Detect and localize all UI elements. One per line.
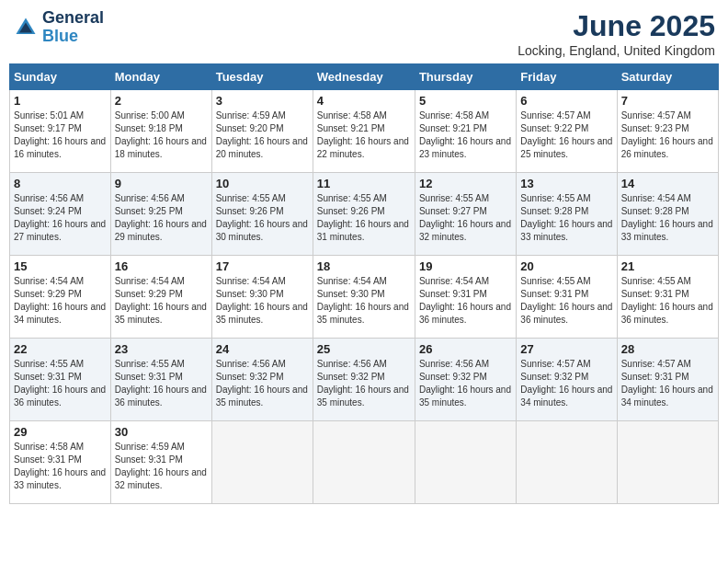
- day-number: 5: [419, 94, 512, 108]
- calendar-cell: 17 Sunrise: 4:54 AMSunset: 9:30 PMDaylig…: [211, 256, 313, 339]
- day-info: Sunrise: 4:57 AMSunset: 9:22 PMDaylight:…: [520, 109, 612, 161]
- day-info: Sunrise: 4:54 AMSunset: 9:30 PMDaylight:…: [317, 275, 411, 327]
- calendar-week-row: 29 Sunrise: 4:58 AMSunset: 9:31 PMDaylig…: [10, 421, 719, 504]
- day-number: 13: [520, 177, 612, 190]
- weekday-header-thursday: Thursday: [415, 64, 516, 90]
- calendar-cell: [415, 421, 516, 504]
- day-info: Sunrise: 4:55 AMSunset: 9:31 PMDaylight:…: [115, 358, 208, 409]
- day-number: 29: [14, 425, 107, 439]
- day-number: 17: [216, 259, 309, 273]
- day-info: Sunrise: 4:57 AMSunset: 9:32 PMDaylight:…: [520, 358, 612, 409]
- calendar-cell: 22 Sunrise: 4:55 AMSunset: 9:31 PMDaylig…: [10, 339, 111, 421]
- day-number: 7: [621, 94, 714, 108]
- day-info: Sunrise: 4:55 AMSunset: 9:31 PMDaylight:…: [14, 358, 107, 409]
- calendar-header-row: SundayMondayTuesdayWednesdayThursdayFrid…: [10, 64, 719, 90]
- day-number: 2: [115, 94, 208, 108]
- day-info: Sunrise: 4:54 AMSunset: 9:29 PMDaylight:…: [14, 275, 107, 327]
- calendar-cell: 2 Sunrise: 5:00 AMSunset: 9:18 PMDayligh…: [110, 90, 211, 173]
- day-number: 28: [621, 342, 714, 356]
- day-info: Sunrise: 4:54 AMSunset: 9:30 PMDaylight:…: [216, 275, 309, 327]
- calendar-cell: 14 Sunrise: 4:54 AMSunset: 9:28 PMDaylig…: [617, 173, 718, 256]
- day-number: 1: [14, 94, 107, 108]
- day-info: Sunrise: 4:54 AMSunset: 9:28 PMDaylight:…: [621, 192, 714, 244]
- day-info: Sunrise: 4:55 AMSunset: 9:31 PMDaylight:…: [621, 275, 714, 327]
- day-number: 8: [14, 177, 107, 190]
- calendar-cell: 5 Sunrise: 4:58 AMSunset: 9:21 PMDayligh…: [415, 90, 516, 173]
- day-number: 16: [115, 259, 208, 273]
- weekday-header-sunday: Sunday: [10, 64, 111, 90]
- weekday-header-friday: Friday: [517, 64, 617, 90]
- calendar-cell: 20 Sunrise: 4:55 AMSunset: 9:31 PMDaylig…: [517, 256, 617, 339]
- day-info: Sunrise: 4:58 AMSunset: 9:31 PMDaylight:…: [14, 441, 107, 492]
- calendar-cell: 10 Sunrise: 4:55 AMSunset: 9:26 PMDaylig…: [211, 173, 313, 256]
- month-title: June 2025: [518, 9, 715, 43]
- day-number: 11: [317, 177, 411, 190]
- day-number: 26: [419, 342, 512, 356]
- day-number: 27: [520, 342, 612, 356]
- weekday-header-monday: Monday: [110, 64, 211, 90]
- calendar-cell: 4 Sunrise: 4:58 AMSunset: 9:21 PMDayligh…: [313, 90, 415, 173]
- day-info: Sunrise: 4:56 AMSunset: 9:32 PMDaylight:…: [317, 358, 411, 409]
- logo-icon: [13, 15, 39, 40]
- day-info: Sunrise: 4:54 AMSunset: 9:29 PMDaylight:…: [115, 275, 208, 327]
- day-info: Sunrise: 4:55 AMSunset: 9:26 PMDaylight:…: [317, 192, 411, 244]
- location: Locking, England, United Kingdom: [518, 43, 715, 58]
- day-number: 10: [216, 177, 309, 190]
- day-info: Sunrise: 4:58 AMSunset: 9:21 PMDaylight:…: [419, 109, 512, 161]
- calendar-cell: [517, 421, 617, 504]
- calendar-cell: 11 Sunrise: 4:55 AMSunset: 9:26 PMDaylig…: [313, 173, 415, 256]
- weekday-header-tuesday: Tuesday: [211, 64, 313, 90]
- day-number: 12: [419, 177, 512, 190]
- calendar-week-row: 15 Sunrise: 4:54 AMSunset: 9:29 PMDaylig…: [10, 256, 719, 339]
- day-info: Sunrise: 4:55 AMSunset: 9:28 PMDaylight:…: [520, 192, 612, 244]
- day-number: 23: [115, 342, 208, 356]
- day-number: 9: [115, 177, 208, 190]
- day-info: Sunrise: 4:58 AMSunset: 9:21 PMDaylight:…: [317, 109, 411, 161]
- day-info: Sunrise: 4:54 AMSunset: 9:31 PMDaylight:…: [419, 275, 512, 327]
- calendar-cell: 30 Sunrise: 4:59 AMSunset: 9:31 PMDaylig…: [110, 421, 211, 504]
- calendar-week-row: 8 Sunrise: 4:56 AMSunset: 9:24 PMDayligh…: [10, 173, 719, 256]
- calendar-cell: 23 Sunrise: 4:55 AMSunset: 9:31 PMDaylig…: [110, 339, 211, 421]
- weekday-header-wednesday: Wednesday: [313, 64, 415, 90]
- title-block: June 2025 Locking, England, United Kingd…: [518, 9, 715, 58]
- page-header: General Blue June 2025 Locking, England,…: [9, 9, 719, 58]
- calendar-cell: 1 Sunrise: 5:01 AMSunset: 9:17 PMDayligh…: [10, 90, 111, 173]
- calendar-week-row: 22 Sunrise: 4:55 AMSunset: 9:31 PMDaylig…: [10, 339, 719, 421]
- calendar-cell: 3 Sunrise: 4:59 AMSunset: 9:20 PMDayligh…: [211, 90, 313, 173]
- calendar-cell: 21 Sunrise: 4:55 AMSunset: 9:31 PMDaylig…: [617, 256, 718, 339]
- calendar-cell: 15 Sunrise: 4:54 AMSunset: 9:29 PMDaylig…: [10, 256, 111, 339]
- day-info: Sunrise: 4:55 AMSunset: 9:27 PMDaylight:…: [419, 192, 512, 244]
- logo: General Blue: [13, 9, 104, 46]
- calendar-cell: [211, 421, 313, 504]
- day-info: Sunrise: 4:59 AMSunset: 9:20 PMDaylight:…: [216, 109, 309, 161]
- day-number: 15: [14, 259, 107, 273]
- calendar-week-row: 1 Sunrise: 5:01 AMSunset: 9:17 PMDayligh…: [10, 90, 719, 173]
- calendar-cell: [313, 421, 415, 504]
- logo-text: General Blue: [42, 9, 104, 46]
- day-number: 25: [317, 342, 411, 356]
- day-info: Sunrise: 4:56 AMSunset: 9:25 PMDaylight:…: [115, 192, 208, 244]
- calendar-cell: 6 Sunrise: 4:57 AMSunset: 9:22 PMDayligh…: [517, 90, 617, 173]
- calendar-cell: 25 Sunrise: 4:56 AMSunset: 9:32 PMDaylig…: [313, 339, 415, 421]
- day-info: Sunrise: 4:55 AMSunset: 9:26 PMDaylight:…: [216, 192, 309, 244]
- day-info: Sunrise: 4:56 AMSunset: 9:32 PMDaylight:…: [216, 358, 309, 409]
- calendar-cell: 18 Sunrise: 4:54 AMSunset: 9:30 PMDaylig…: [313, 256, 415, 339]
- calendar-cell: 7 Sunrise: 4:57 AMSunset: 9:23 PMDayligh…: [617, 90, 718, 173]
- calendar-cell: 8 Sunrise: 4:56 AMSunset: 9:24 PMDayligh…: [10, 173, 111, 256]
- calendar-cell: 29 Sunrise: 4:58 AMSunset: 9:31 PMDaylig…: [10, 421, 111, 504]
- day-number: 21: [621, 259, 714, 273]
- day-info: Sunrise: 5:01 AMSunset: 9:17 PMDaylight:…: [14, 109, 107, 161]
- calendar-cell: 19 Sunrise: 4:54 AMSunset: 9:31 PMDaylig…: [415, 256, 516, 339]
- calendar-cell: 13 Sunrise: 4:55 AMSunset: 9:28 PMDaylig…: [517, 173, 617, 256]
- day-info: Sunrise: 4:59 AMSunset: 9:31 PMDaylight:…: [115, 441, 208, 492]
- calendar-cell: 12 Sunrise: 4:55 AMSunset: 9:27 PMDaylig…: [415, 173, 516, 256]
- day-number: 24: [216, 342, 309, 356]
- calendar-cell: 27 Sunrise: 4:57 AMSunset: 9:32 PMDaylig…: [517, 339, 617, 421]
- day-number: 18: [317, 259, 411, 273]
- calendar-cell: 9 Sunrise: 4:56 AMSunset: 9:25 PMDayligh…: [110, 173, 211, 256]
- calendar-cell: [617, 421, 718, 504]
- day-info: Sunrise: 4:57 AMSunset: 9:31 PMDaylight:…: [621, 358, 714, 409]
- day-number: 3: [216, 94, 309, 108]
- day-number: 30: [115, 425, 208, 439]
- day-number: 22: [14, 342, 107, 356]
